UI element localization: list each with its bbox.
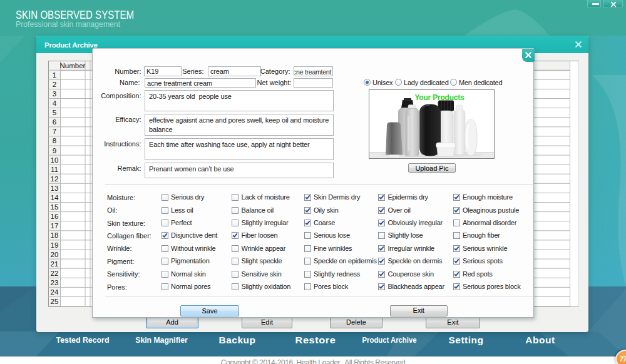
svg-text:18: 18	[50, 231, 58, 239]
svg-text:22: 22	[50, 270, 58, 277]
svg-text:Your Products: Your Products	[414, 93, 464, 102]
svg-text:15: 15	[50, 203, 58, 211]
svg-text:19: 19	[50, 241, 58, 249]
svg-text:10: 10	[50, 156, 58, 164]
svg-text:24: 24	[50, 288, 58, 296]
svg-text:8: 8	[52, 137, 56, 144]
svg-text:14: 14	[50, 194, 58, 201]
svg-text:1: 1	[52, 71, 56, 79]
svg-text:25: 25	[50, 298, 58, 305]
svg-text:4: 4	[52, 99, 56, 107]
svg-text:Number: Number	[59, 62, 85, 69]
svg-text:2: 2	[52, 81, 56, 88]
svg-text:12: 12	[50, 175, 58, 183]
svg-text:16: 16	[50, 213, 58, 220]
svg-text:13: 13	[50, 185, 58, 192]
svg-text:20: 20	[50, 251, 58, 258]
svg-text:5: 5	[52, 109, 56, 116]
svg-text:6: 6	[52, 118, 56, 126]
svg-text:9: 9	[52, 147, 56, 154]
svg-text:11: 11	[51, 166, 58, 173]
svg-text:7: 7	[52, 128, 56, 135]
svg-text:23: 23	[50, 279, 58, 286]
svg-text:21: 21	[50, 260, 58, 268]
svg-text:3: 3	[52, 90, 56, 98]
svg-text:17: 17	[50, 222, 58, 230]
